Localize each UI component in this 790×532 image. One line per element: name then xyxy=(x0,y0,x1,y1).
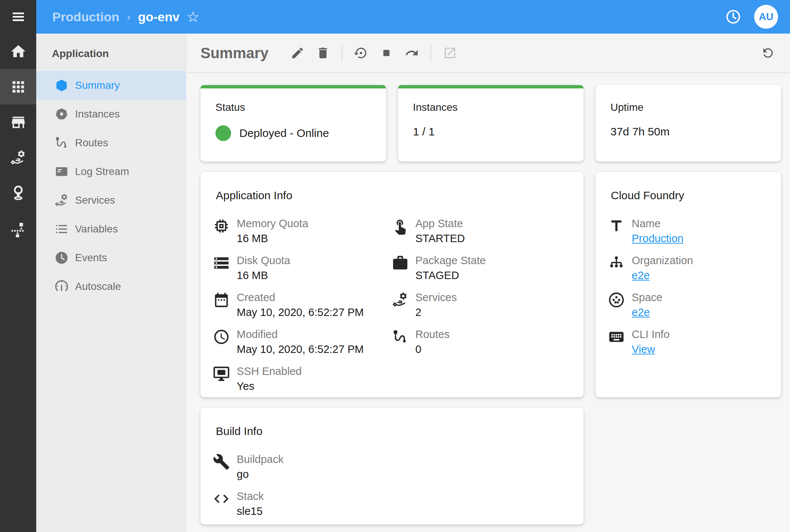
info-label: Name xyxy=(632,218,684,230)
sidebar-item-summary[interactable]: Summary xyxy=(36,71,186,100)
toolbar-divider xyxy=(342,44,342,62)
info-label: Memory Quota xyxy=(237,218,308,230)
sidebar-item-label: Autoscale xyxy=(75,281,121,292)
uptime-value: 37d 7h 50m xyxy=(610,125,669,138)
avatar[interactable]: AU xyxy=(754,5,778,29)
cf-space-link[interactable]: e2e xyxy=(632,306,650,318)
instances-card: Instances 1 / 1 xyxy=(398,85,584,162)
app-state-item: App State STARTED xyxy=(392,218,570,245)
memory-quota-item: Memory Quota 16 MB xyxy=(213,218,392,245)
edit-button[interactable] xyxy=(290,46,305,60)
sidebar-item-events[interactable]: Events xyxy=(36,243,186,272)
menu-button[interactable] xyxy=(0,0,36,34)
refresh-button[interactable] xyxy=(761,46,775,60)
sidebar-item-instances[interactable]: Instances xyxy=(36,100,186,128)
api-icon xyxy=(10,220,27,237)
instances-value: 1 / 1 xyxy=(413,125,435,138)
rail-marketplace-button[interactable] xyxy=(0,104,36,140)
cf-organization-item: Organization e2e xyxy=(608,254,768,282)
cf-cli-info-item: CLI Info View xyxy=(608,328,768,356)
info-label: Services xyxy=(416,291,457,304)
buildpack-item: Buildpack go xyxy=(213,453,570,481)
cf-cli-view-link[interactable]: View xyxy=(632,343,655,355)
cf-organization-link[interactable]: e2e xyxy=(632,269,650,281)
summary-content: Status Deployed - Online Instances 1 / 1… xyxy=(186,73,790,532)
status-value: Deployed - Online xyxy=(239,127,329,140)
info-value: Yes xyxy=(237,380,302,392)
main-area: Summary Status Deployed - Online xyxy=(186,34,790,532)
sidebar-item-variables[interactable]: Variables xyxy=(36,215,186,243)
status-card-title: Status xyxy=(215,101,371,113)
info-label: Disk Quota xyxy=(237,254,290,267)
hexagon-icon xyxy=(54,78,69,93)
rail-home-button[interactable] xyxy=(0,34,36,69)
session-clock-icon[interactable] xyxy=(725,9,741,25)
info-label: Stack xyxy=(237,490,264,503)
rail-services-button[interactable] xyxy=(0,140,36,175)
rail-applications-button[interactable] xyxy=(0,69,36,104)
services-count-item: Services 2 xyxy=(392,291,570,319)
info-label: App State xyxy=(416,218,465,230)
monitor-icon xyxy=(213,365,230,382)
package-state-item: Package State STAGED xyxy=(392,254,570,282)
delete-button[interactable] xyxy=(316,46,330,60)
storage-icon xyxy=(213,254,230,272)
uptime-card-title: Uptime xyxy=(610,101,766,113)
breadcrumb-parent[interactable]: Production xyxy=(52,10,119,24)
sidebar-item-label: Variables xyxy=(75,223,118,235)
summary-toolbar: Summary xyxy=(186,34,790,73)
ssh-enabled-item: SSH Enabled Yes xyxy=(213,365,392,392)
hand-gear-icon xyxy=(54,193,69,208)
breadcrumb-separator-icon: › xyxy=(127,10,130,23)
info-value: 2 xyxy=(416,306,457,319)
info-label: Space xyxy=(632,291,662,304)
created-item: Created May 10, 2020, 6:52:27 PM xyxy=(213,291,392,319)
cf-space-item: Space e2e xyxy=(608,291,768,319)
cloud-foundry-title: Cloud Foundry xyxy=(611,189,768,202)
sidebar-item-label: Events xyxy=(75,252,107,264)
cloud-foundry-card: Cloud Foundry Name Production Organizati… xyxy=(595,172,781,397)
build-info-card: Build Info Buildpack go Stack sle15 xyxy=(200,408,584,525)
instances-card-title: Instances xyxy=(413,101,569,113)
favorite-star-icon[interactable]: ☆ xyxy=(186,9,200,24)
restart-button[interactable] xyxy=(354,46,368,60)
route-icon xyxy=(392,328,409,345)
cf-name-link[interactable]: Production xyxy=(632,232,684,244)
list-icon xyxy=(54,222,69,237)
route-icon xyxy=(54,135,69,150)
rail-endpoints-button[interactable] xyxy=(0,175,36,211)
sidebar-item-autoscale[interactable]: Autoscale xyxy=(36,272,186,301)
org-tree-icon xyxy=(608,254,625,272)
restage-button[interactable] xyxy=(405,46,419,60)
sidebar-item-log-stream[interactable]: Log Stream xyxy=(36,157,186,186)
info-value: STARTED xyxy=(416,232,465,245)
menu-icon xyxy=(11,9,26,24)
disk-quota-item: Disk Quota 16 MB xyxy=(213,254,392,282)
marketplace-icon xyxy=(10,114,27,131)
status-online-dot xyxy=(215,125,231,141)
sidebar-item-label: Services xyxy=(75,194,115,206)
application-info-left-column: Memory Quota 16 MB Disk Quota 16 MB Crea… xyxy=(213,218,392,402)
rail-api-button[interactable] xyxy=(0,211,36,246)
icon-rail xyxy=(0,0,36,532)
cf-name-item: Name Production xyxy=(608,218,768,245)
clock-outline-icon xyxy=(213,328,230,345)
empty-cell xyxy=(595,408,781,525)
application-info-title: Application Info xyxy=(216,189,570,202)
sidebar-item-routes[interactable]: Routes xyxy=(36,128,186,157)
build-info-title: Build Info xyxy=(216,425,570,438)
clock-filled-icon xyxy=(54,250,69,265)
info-value: sle15 xyxy=(237,505,264,517)
info-label: Modified xyxy=(237,328,364,341)
briefcase-icon xyxy=(392,254,409,272)
stratos-app-summary-page: Production › go-env ☆ AU Application Sum… xyxy=(0,0,790,532)
sidebar-item-label: Routes xyxy=(75,137,108,149)
sidebar-item-services[interactable]: Services xyxy=(36,186,186,215)
stop-button[interactable] xyxy=(379,46,394,60)
log-icon xyxy=(54,164,69,179)
title-icon xyxy=(608,218,625,235)
info-value: 16 MB xyxy=(237,232,308,245)
memory-icon xyxy=(213,218,230,235)
info-value: 0 xyxy=(416,343,450,356)
info-label: Package State xyxy=(416,254,486,267)
